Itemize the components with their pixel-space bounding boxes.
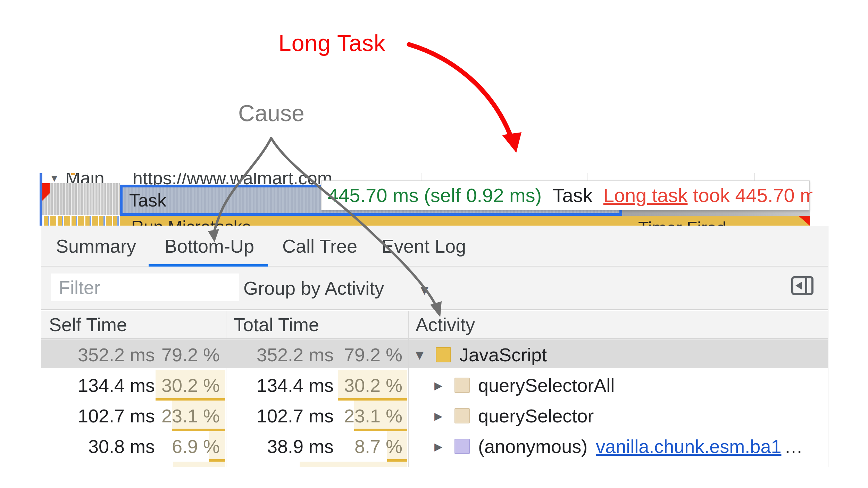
long-task-arrow (409, 44, 510, 134)
activity-cell: ▶querySelectorAll (434, 370, 615, 401)
total-time-value: 134.4 ms (257, 370, 334, 401)
self-time-percent: 30.2 % (161, 370, 220, 401)
total-time-value: 102.7 ms (257, 401, 334, 431)
flame-chart-activity-stripes (42, 183, 120, 215)
timer-fired-bar-label: Timer Fired (638, 218, 726, 226)
tree-expanded-icon[interactable]: ▼ (416, 349, 427, 361)
tab-event-log[interactable]: Event Log (382, 226, 466, 266)
details-tab-bar: SummaryBottom-UpCall TreeEvent Log (41, 226, 828, 267)
tree-collapsed-icon[interactable]: ▶ (434, 410, 446, 422)
total-time-percent: 79.2 % (344, 339, 402, 370)
table-row[interactable]: 30.8 ms6.9 %38.9 ms8.7 %▶(anonymous)vani… (41, 431, 828, 462)
tooltip-long-task-link[interactable]: Long task (603, 184, 688, 206)
filter-input[interactable] (51, 274, 239, 301)
chevron-down-icon[interactable]: ▼ (420, 284, 428, 296)
show-sidebar-icon[interactable] (791, 276, 813, 295)
long-task-corner-icon (799, 216, 810, 226)
screenshot-stage: Long Task Cause ▼ Main https://www.walma… (0, 0, 868, 488)
self-time-value: 352.2 ms (78, 339, 155, 370)
category-color-swatch (454, 439, 470, 454)
activity-cell: ▶querySelector (434, 401, 594, 431)
run-microtasks-bar-label: Run Microtasks (131, 217, 251, 226)
partial-pct-bar (300, 462, 407, 467)
self-time-value: 30.8 ms (88, 431, 155, 462)
self-time-percent: 79.2 % (161, 339, 220, 370)
tab-call-tree[interactable]: Call Tree (282, 226, 357, 266)
details-pane: SummaryBottom-UpCall TreeEvent Log Group… (41, 226, 828, 467)
self-time-value: 134.4 ms (78, 370, 155, 401)
partial-clipped-row (41, 462, 828, 467)
activity-cell: ▶(anonymous)vanilla.chunk.esm.ba1… (434, 431, 803, 462)
source-file-link[interactable]: vanilla.chunk.esm.ba1 (596, 436, 781, 457)
performance-timeline: ▼ Main https://www.walmart.com Task Run … (40, 173, 812, 226)
table-row[interactable]: 102.7 ms23.1 %102.7 ms23.1 %▶querySelect… (41, 401, 828, 431)
activity-cell: ▼JavaScript (416, 339, 547, 370)
link-ellipsis: … (784, 436, 803, 457)
self-time-value: 102.7 ms (78, 401, 155, 431)
total-time-value: 38.9 ms (267, 431, 334, 462)
total-time-value: 352.2 ms (257, 339, 334, 370)
table-header: Self Time Total Time Activity (41, 311, 828, 339)
activity-label[interactable]: querySelector (478, 405, 594, 427)
tree-collapsed-icon[interactable]: ▶ (434, 379, 446, 392)
tab-summary[interactable]: Summary (56, 226, 136, 266)
long-task-annotation: Long Task (278, 30, 386, 56)
activity-label[interactable]: querySelectorAll (478, 375, 615, 396)
column-header-total-time[interactable]: Total Time (234, 311, 319, 338)
tooltip-duration: 445.70 ms (self 0.92 ms) (328, 184, 542, 206)
activity-label[interactable]: JavaScript (459, 344, 547, 365)
track-collapse-icon[interactable]: ▼ (51, 174, 57, 183)
total-time-percent: 23.1 % (344, 401, 402, 431)
column-header-activity[interactable]: Activity (416, 311, 475, 338)
scripting-row-stripes (42, 216, 120, 226)
cause-annotation: Cause (238, 100, 304, 126)
tooltip-duration-suffix: took 445.70 ms. (693, 184, 812, 206)
task-tooltip: 445.70 ms (self 0.92 ms) Task Long task … (321, 180, 810, 210)
details-toolbar: Group by Activity ▼ (41, 267, 828, 310)
sidebar-divider-icon (805, 278, 807, 293)
category-color-swatch (436, 347, 451, 362)
self-time-percent: 23.1 % (161, 401, 220, 431)
total-time-percent: 30.2 % (344, 370, 402, 401)
self-time-percent: 6.9 % (172, 431, 220, 462)
tab-bottom-up[interactable]: Bottom-Up (165, 226, 254, 266)
sidebar-left-triangle-icon (795, 282, 802, 289)
activity-label[interactable]: (anonymous) (478, 436, 587, 457)
group-by-dropdown[interactable]: Group by Activity (243, 267, 384, 309)
long-task-arrowhead (502, 132, 521, 153)
bottom-up-table: 352.2 ms79.2 %352.2 ms79.2 %▼JavaScript1… (41, 339, 828, 467)
total-time-percent: 8.7 % (354, 431, 402, 462)
column-divider[interactable] (408, 311, 409, 467)
category-color-swatch (454, 378, 470, 393)
column-header-self-time[interactable]: Self Time (49, 311, 127, 338)
table-row[interactable]: 134.4 ms30.2 %134.4 ms30.2 %▶querySelect… (41, 370, 828, 401)
table-row[interactable]: 352.2 ms79.2 %352.2 ms79.2 %▼JavaScript (41, 339, 828, 370)
tree-collapsed-icon[interactable]: ▶ (434, 440, 446, 453)
timeline-left-accent-bar (40, 173, 42, 226)
tooltip-event-name: Task (547, 184, 598, 206)
task-bar-label: Task (129, 190, 166, 211)
category-color-swatch (454, 408, 470, 423)
column-divider[interactable] (226, 311, 226, 467)
scripting-row: Run Microtasks Timer Fired (42, 216, 810, 226)
partial-pct-bar (173, 462, 225, 467)
